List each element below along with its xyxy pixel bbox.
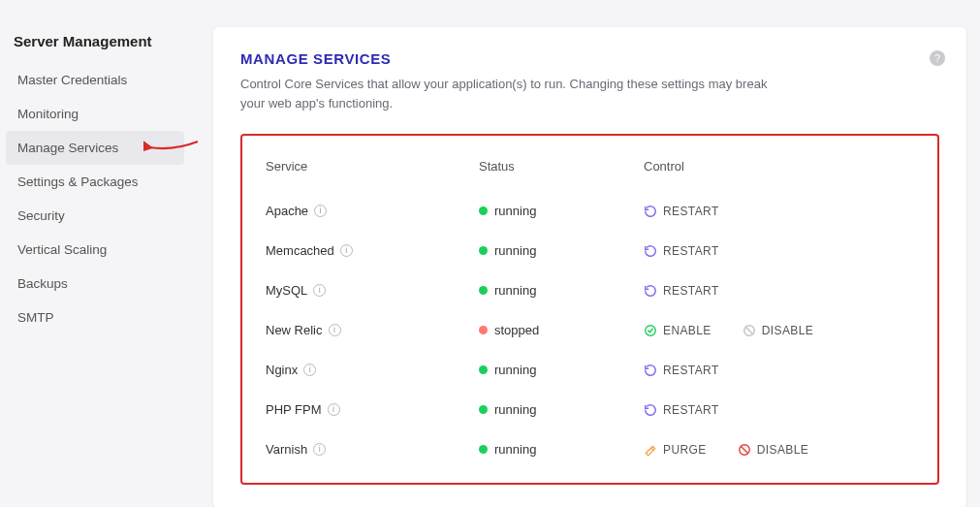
table-header-row: Service Status Control bbox=[266, 153, 914, 191]
service-name: New Relici bbox=[266, 323, 479, 337]
sidebar-item-monitoring[interactable]: Monitoring bbox=[0, 97, 190, 131]
purge-button[interactable]: PURGE bbox=[644, 443, 707, 457]
service-controls: RESTART bbox=[644, 244, 914, 258]
table-row: VarnishirunningPURGEDISABLE bbox=[266, 429, 914, 469]
service-name: MySQLi bbox=[266, 283, 479, 298]
service-name: Varnishi bbox=[266, 442, 479, 457]
disable-icon bbox=[743, 324, 756, 337]
page-title: MANAGE SERVICES bbox=[240, 50, 939, 67]
service-status: stopped bbox=[479, 323, 644, 337]
info-icon[interactable]: i bbox=[340, 244, 353, 257]
sidebar-item-vertical-scaling[interactable]: Vertical Scaling bbox=[0, 233, 190, 267]
service-controls: PURGEDISABLE bbox=[644, 443, 914, 457]
status-dot-running-icon bbox=[479, 445, 488, 454]
column-header-service: Service bbox=[266, 159, 479, 174]
service-controls: RESTART bbox=[644, 364, 914, 377]
sidebar-item-settings-packages[interactable]: Settings & Packages bbox=[0, 165, 190, 199]
status-dot-running-icon bbox=[479, 286, 488, 295]
purge-icon bbox=[644, 443, 657, 457]
info-icon[interactable]: i bbox=[314, 205, 327, 217]
help-icon[interactable]: ? bbox=[930, 50, 945, 66]
service-status: running bbox=[479, 442, 644, 457]
status-dot-running-icon bbox=[479, 206, 488, 215]
sidebar-item-security[interactable]: Security bbox=[0, 199, 190, 233]
column-header-control: Control bbox=[644, 159, 914, 174]
sidebar-item-smtp[interactable]: SMTP bbox=[0, 301, 190, 334]
sidebar: Server Management Master CredentialsMoni… bbox=[0, 0, 190, 507]
restart-icon bbox=[644, 244, 657, 258]
service-status: running bbox=[479, 283, 644, 298]
service-status: running bbox=[479, 204, 644, 218]
sidebar-item-master-credentials[interactable]: Master Credentials bbox=[0, 63, 190, 97]
info-icon[interactable]: i bbox=[328, 403, 340, 416]
table-row: PHP FPMirunningRESTART bbox=[266, 390, 914, 429]
table-row: MySQLirunningRESTART bbox=[266, 270, 914, 310]
restart-icon bbox=[644, 364, 657, 377]
restart-icon bbox=[644, 284, 657, 298]
table-row: NginxirunningRESTART bbox=[266, 350, 914, 390]
restart-button[interactable]: RESTART bbox=[644, 205, 719, 218]
table-row: ApacheirunningRESTART bbox=[266, 191, 914, 231]
service-status: running bbox=[479, 402, 644, 417]
service-name: Apachei bbox=[266, 204, 479, 218]
enable-icon bbox=[644, 324, 657, 337]
restart-button[interactable]: RESTART bbox=[644, 244, 719, 258]
disable-button[interactable]: DISABLE bbox=[738, 443, 809, 457]
service-name: Nginxi bbox=[266, 363, 479, 377]
disable-button: DISABLE bbox=[743, 324, 814, 337]
sidebar-item-manage-services[interactable]: Manage Services bbox=[6, 131, 184, 165]
column-header-status: Status bbox=[479, 159, 644, 174]
restart-button[interactable]: RESTART bbox=[644, 403, 719, 417]
main-panel: ? MANAGE SERVICES Control Core Services … bbox=[213, 27, 966, 507]
table-row: MemcachedirunningRESTART bbox=[266, 231, 914, 270]
page-description: Control Core Services that allow your ap… bbox=[240, 75, 783, 112]
info-icon[interactable]: i bbox=[329, 324, 341, 336]
restart-icon bbox=[644, 205, 657, 218]
service-controls: RESTART bbox=[644, 205, 914, 218]
status-dot-running-icon bbox=[479, 246, 488, 255]
service-status: running bbox=[479, 363, 644, 377]
service-controls: ENABLEDISABLE bbox=[644, 324, 914, 337]
sidebar-heading: Server Management bbox=[0, 33, 190, 63]
services-table: Service Status Control ApacheirunningRES… bbox=[240, 134, 939, 485]
info-icon[interactable]: i bbox=[303, 364, 316, 376]
service-name: PHP FPMi bbox=[266, 402, 479, 417]
service-controls: RESTART bbox=[644, 284, 914, 298]
service-controls: RESTART bbox=[644, 403, 914, 417]
info-icon[interactable]: i bbox=[313, 284, 326, 297]
restart-button[interactable]: RESTART bbox=[644, 364, 719, 377]
status-dot-running-icon bbox=[479, 365, 488, 374]
disable-icon bbox=[738, 443, 751, 457]
restart-icon bbox=[644, 403, 657, 417]
sidebar-item-backups[interactable]: Backups bbox=[0, 267, 190, 301]
info-icon[interactable]: i bbox=[313, 443, 326, 456]
service-name: Memcachedi bbox=[266, 243, 479, 258]
enable-button[interactable]: ENABLE bbox=[644, 324, 711, 337]
restart-button[interactable]: RESTART bbox=[644, 284, 719, 298]
table-row: New RelicistoppedENABLEDISABLE bbox=[266, 310, 914, 350]
status-dot-running-icon bbox=[479, 405, 488, 414]
status-dot-stopped-icon bbox=[479, 326, 488, 334]
service-status: running bbox=[479, 243, 644, 258]
